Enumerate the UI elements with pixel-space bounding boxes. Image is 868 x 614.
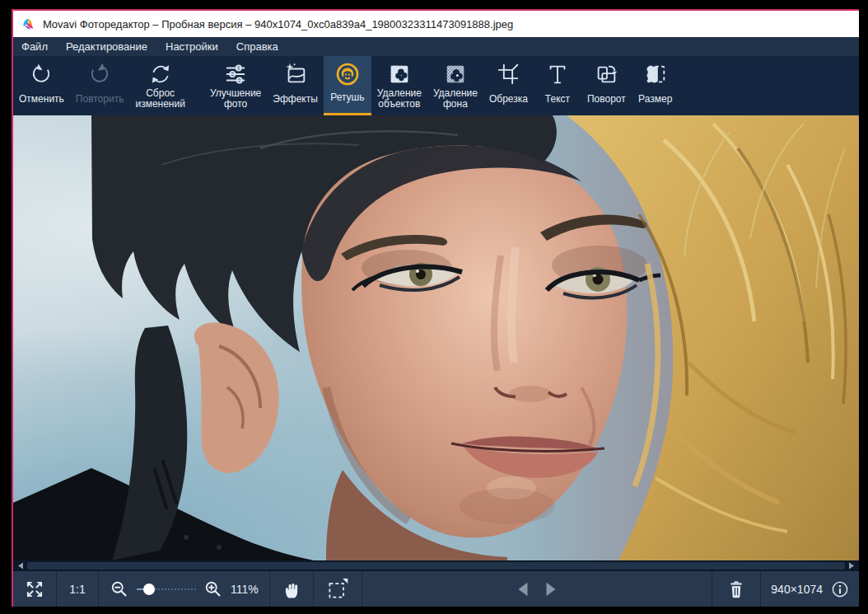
- menu-settings[interactable]: Настройки: [156, 37, 227, 56]
- app-window: Movavi Фоторедактор – Пробная версия – 9…: [12, 9, 859, 607]
- resize-label: Размер: [638, 87, 672, 115]
- title-bar: Movavi Фоторедактор – Пробная версия – 9…: [13, 11, 859, 37]
- crop-label: Обрезка: [489, 87, 528, 115]
- crop-button[interactable]: Обрезка: [483, 56, 534, 115]
- marquee-select-button[interactable]: [314, 571, 362, 607]
- enhance-photo-label: Улучшение фото: [210, 87, 261, 115]
- zoom-slider-knob[interactable]: [143, 584, 155, 595]
- scrollbar-thumb[interactable]: [27, 562, 845, 569]
- zoom-out-icon[interactable]: [110, 579, 129, 599]
- text-icon: [545, 61, 570, 87]
- zoom-slider[interactable]: [137, 584, 196, 595]
- resize-button[interactable]: Размер: [632, 56, 679, 115]
- remove-objects-label: Удаление объектов: [377, 87, 422, 115]
- remove-background-button[interactable]: Удаление фона: [427, 56, 483, 115]
- actual-size-button[interactable]: 1:1: [57, 571, 99, 607]
- resize-icon: [643, 61, 668, 87]
- remove-objects-button[interactable]: Удаление объектов: [371, 56, 427, 115]
- text-button[interactable]: Текст: [534, 56, 581, 115]
- crop-icon: [496, 61, 520, 87]
- redo-label: Повторить: [76, 87, 124, 115]
- redo-icon: [87, 61, 112, 87]
- info-icon[interactable]: [831, 580, 849, 598]
- actual-size-label: 1:1: [69, 583, 85, 596]
- retouch-icon: [334, 61, 361, 87]
- scroll-right-icon[interactable]: [846, 560, 857, 571]
- image-dimensions: 940×1074: [771, 583, 823, 596]
- enhance-photo-button[interactable]: Улучшение фото: [204, 56, 267, 115]
- redo-button[interactable]: Повторить: [70, 56, 130, 115]
- undo-icon: [29, 61, 54, 87]
- rotate-button[interactable]: Поворот: [581, 56, 632, 115]
- trash-icon: [726, 579, 746, 600]
- enhance-photo-icon: [223, 61, 248, 87]
- menu-edit[interactable]: Редактирование: [57, 37, 156, 56]
- menu-file[interactable]: Файл: [13, 37, 57, 56]
- menu-help[interactable]: Справка: [227, 37, 287, 56]
- zoom-percent-value: 111%: [231, 583, 259, 596]
- delete-image-button[interactable]: [712, 571, 761, 607]
- hand-tool-button[interactable]: [270, 571, 314, 607]
- marquee-icon: [326, 578, 349, 601]
- window-title: Movavi Фоторедактор – Пробная версия – 9…: [43, 18, 513, 30]
- photo-portrait: [13, 115, 859, 560]
- toolbar: Отменить Повторить Сброс изменений: [13, 56, 859, 115]
- effects-icon: [283, 61, 308, 87]
- undo-button[interactable]: Отменить: [13, 56, 70, 115]
- fit-screen-icon: [24, 579, 45, 600]
- reset-changes-label: Сброс изменений: [135, 87, 184, 115]
- movavi-logo-icon: [21, 17, 35, 31]
- text-label: Текст: [545, 87, 570, 115]
- status-bar: 1:1 111%: [13, 571, 859, 607]
- menu-bar: Файл Редактирование Настройки Справка: [13, 37, 859, 56]
- toolbar-group-spacer: [191, 56, 204, 115]
- zoom-in-icon[interactable]: [203, 579, 223, 599]
- fit-to-screen-button[interactable]: [13, 571, 57, 607]
- rotate-label: Поворот: [587, 87, 626, 115]
- effects-button[interactable]: Эффекты: [267, 56, 324, 115]
- horizontal-scrollbar[interactable]: [13, 560, 859, 571]
- navigation-section: [362, 571, 713, 607]
- hand-icon: [282, 579, 301, 600]
- effects-label: Эффекты: [273, 87, 318, 115]
- scroll-left-icon[interactable]: [15, 560, 26, 571]
- remove-background-label: Удаление фона: [433, 87, 478, 115]
- image-info-section: 940×1074: [761, 571, 859, 607]
- next-image-icon[interactable]: [542, 579, 560, 599]
- retouch-label: Ретушь: [330, 87, 364, 113]
- remove-objects-icon: [387, 61, 412, 87]
- reset-changes-icon: [148, 61, 173, 87]
- zoom-controls: 111%: [99, 571, 270, 607]
- reset-changes-button[interactable]: Сброс изменений: [129, 56, 190, 115]
- photo-canvas[interactable]: [13, 115, 859, 560]
- previous-image-icon[interactable]: [514, 579, 532, 599]
- rotate-icon: [594, 61, 618, 87]
- remove-background-icon: [443, 61, 468, 87]
- retouch-button[interactable]: Ретушь: [324, 56, 371, 115]
- undo-label: Отменить: [19, 87, 64, 115]
